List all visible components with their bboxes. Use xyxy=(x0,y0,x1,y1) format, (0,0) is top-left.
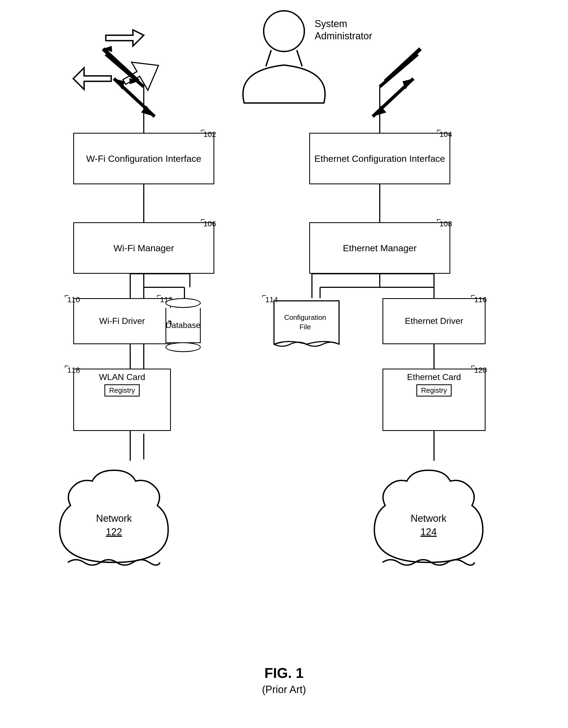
svg-marker-24 xyxy=(106,30,144,46)
double-arrows xyxy=(0,0,568,728)
network-124-cloud: Network 124 xyxy=(361,459,496,573)
svg-text:Network: Network xyxy=(411,513,447,524)
wifi-config-label: W-Fi Configuration Interface xyxy=(86,153,201,165)
connection-lines xyxy=(0,0,568,728)
database-label: Database xyxy=(166,321,200,330)
svg-marker-36 xyxy=(141,106,155,117)
svg-text:124: 124 xyxy=(421,526,437,537)
ethernet-card-box: Ethernet Card Registry xyxy=(383,369,486,431)
fig-text: FIG. 1 xyxy=(262,665,306,681)
wifi-driver-label: Wi-Fi Driver xyxy=(99,315,145,327)
ethernet-config-label: Ethernet Configuration Interface xyxy=(315,153,445,165)
wlan-card-label: WLAN Card xyxy=(78,372,166,382)
wlan-card-box: WLAN Card Registry xyxy=(73,369,171,431)
svg-text:122: 122 xyxy=(106,526,122,537)
ethernet-driver-ref: 116 xyxy=(474,295,487,304)
svg-text:Administrator: Administrator xyxy=(315,30,372,41)
ethernet-manager-label: Ethernet Manager xyxy=(343,242,417,254)
ethernet-manager-ref: 108 xyxy=(440,220,452,228)
svg-line-30 xyxy=(266,50,271,66)
prior-art-label: (Prior Art) xyxy=(262,684,306,695)
db-body: Database xyxy=(165,308,201,343)
svg-marker-20 xyxy=(117,51,166,98)
wlan-registry-box: Registry xyxy=(104,384,139,397)
svg-text:File: File xyxy=(300,323,311,331)
main-svg: System Administrator xyxy=(0,0,568,728)
svg-line-37 xyxy=(373,79,413,117)
svg-text:Network: Network xyxy=(96,513,132,524)
db-bottom xyxy=(165,342,201,352)
svg-text:System: System xyxy=(315,18,347,29)
svg-marker-23 xyxy=(73,68,111,89)
svg-point-29 xyxy=(264,11,304,51)
svg-line-21 xyxy=(106,54,144,87)
wifi-manager-ref: 106 xyxy=(203,220,216,228)
ethernet-card-label: Ethernet Card xyxy=(387,372,481,382)
svg-text:Configuration: Configuration xyxy=(284,313,326,321)
svg-marker-35 xyxy=(114,79,125,89)
figure-label: FIG. 1 (Prior Art) xyxy=(262,665,306,695)
svg-marker-39 xyxy=(373,106,386,117)
config-file-ref: 114 xyxy=(265,295,278,304)
svg-marker-25 xyxy=(103,43,115,55)
wifi-config-ref: 102 xyxy=(203,130,216,139)
ethernet-config-ref: 104 xyxy=(440,130,452,139)
ethernet-registry-label: Registry xyxy=(421,386,447,394)
config-file-shape: Configuration File xyxy=(271,298,342,352)
svg-line-34 xyxy=(114,79,155,117)
ethernet-config-box: Ethernet Configuration Interface xyxy=(309,133,450,184)
network-122-cloud: Network 122 xyxy=(46,459,182,573)
diagonal-arrows xyxy=(0,0,568,728)
db-top xyxy=(165,298,201,308)
wifi-manager-label: Wi-Fi Manager xyxy=(114,242,174,254)
wifi-config-box: W-Fi Configuration Interface xyxy=(73,133,214,184)
svg-marker-38 xyxy=(403,79,413,89)
wlan-card-ref: 118 xyxy=(67,366,80,375)
svg-line-22 xyxy=(380,54,418,87)
svg-line-31 xyxy=(297,50,302,66)
diagram: System Administrator xyxy=(0,0,568,728)
ethernet-card-ref: 120 xyxy=(474,366,487,375)
ethernet-driver-label: Ethernet Driver xyxy=(405,315,463,327)
svg-marker-26 xyxy=(126,75,138,87)
wifi-manager-box: Wi-Fi Manager xyxy=(73,222,214,274)
wifi-driver-box: Wi-Fi Driver xyxy=(73,298,171,344)
ethernet-registry-box: Registry xyxy=(416,384,451,397)
wifi-driver-ref: 110 xyxy=(67,295,80,304)
ethernet-manager-box: Ethernet Manager xyxy=(309,222,450,274)
wlan-registry-label: Registry xyxy=(109,386,135,394)
ethernet-driver-box: Ethernet Driver xyxy=(383,298,486,344)
database-shape: Database xyxy=(165,298,201,352)
